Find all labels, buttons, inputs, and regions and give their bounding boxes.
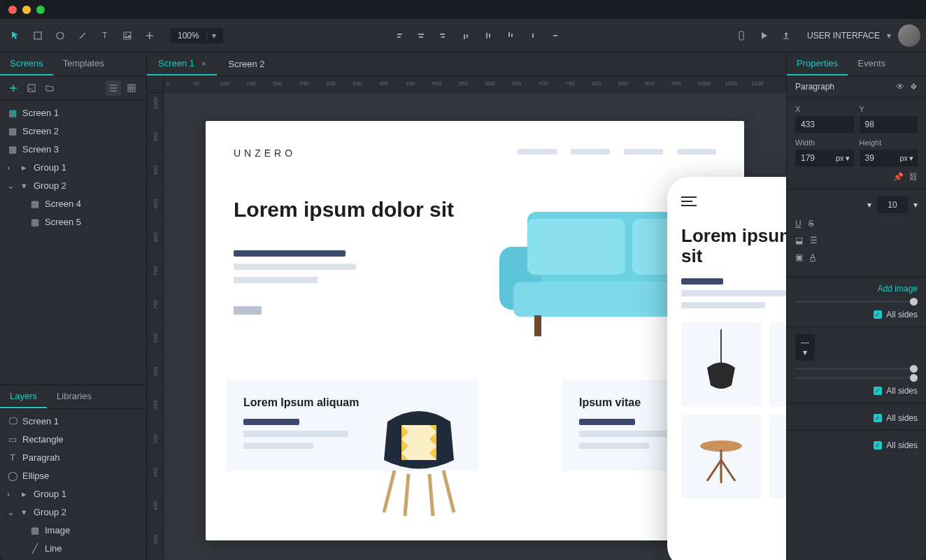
minimize-window-icon[interactable] [22, 6, 31, 14]
layer-ellipse[interactable]: ◯Ellipse [0, 466, 146, 484]
align-right-icon[interactable] [434, 26, 453, 45]
all-sides-checkbox[interactable]: ✓ [874, 441, 882, 450]
border-slider-1[interactable] [795, 368, 918, 370]
design-canvas[interactable]: UNZERO Lorem ipsum dolor sit [164, 93, 786, 560]
underline-icon[interactable]: U [795, 219, 802, 229]
screen-item-1[interactable]: ▦Screen 1 [0, 103, 146, 122]
document-tab-2[interactable]: Screen 2 [217, 52, 276, 76]
link-dimensions-icon[interactable]: ⛓ [909, 172, 918, 182]
align-top-icon[interactable] [456, 26, 476, 45]
screen-item-4[interactable]: ▦Screen 4 [0, 194, 146, 213]
all-sides-label: All sides [886, 310, 918, 320]
chevron-down-icon[interactable]: ▾ [867, 200, 871, 210]
user-label: USER INTERFACE [807, 31, 880, 41]
select-tool[interactable] [6, 26, 25, 45]
strikethrough-icon[interactable]: S [809, 219, 814, 229]
unit-select[interactable]: px▾ [832, 150, 854, 166]
screen-item-5[interactable]: ▦Screen 5 [0, 213, 146, 231]
product-table [681, 415, 761, 498]
tab-screens[interactable]: Screens [0, 52, 53, 76]
page-icon: ▦ [7, 107, 18, 118]
group-item-1[interactable]: ›▸Group 1 [0, 158, 146, 176]
pin-icon[interactable]: 📌 [893, 172, 904, 182]
ellipse-tool[interactable] [50, 26, 70, 45]
distribute-h-icon[interactable] [523, 26, 543, 45]
document-tab-1[interactable]: Screen 1× [147, 52, 217, 76]
add-tool[interactable] [140, 26, 159, 45]
x-input[interactable] [795, 116, 854, 133]
unit-select[interactable]: px▾ [895, 150, 918, 166]
svg-line-2 [80, 33, 85, 38]
align-bottom-icon[interactable] [501, 26, 520, 45]
all-sides-checkbox[interactable]: ✓ [874, 310, 882, 319]
all-sides-checkbox[interactable]: ✓ [874, 387, 882, 395]
chevron-down-icon[interactable]: ▾ [206, 31, 216, 41]
mobile-text-placeholder [681, 278, 786, 308]
layer-screen1[interactable]: 🖵Screen 1 [0, 412, 146, 430]
tab-templates[interactable]: Templates [53, 52, 114, 76]
tab-properties[interactable]: Properties [787, 52, 848, 76]
tab-layers[interactable]: Layers [0, 385, 47, 408]
maximize-window-icon[interactable] [36, 6, 45, 14]
layer-group1[interactable]: ›▸Group 1 [0, 484, 146, 503]
layers-icon[interactable]: ❖ [910, 82, 918, 92]
play-icon[interactable] [754, 26, 774, 45]
folder-plus-icon[interactable] [43, 82, 56, 94]
close-window-icon[interactable] [8, 6, 17, 14]
height-input[interactable] [860, 150, 896, 166]
upload-icon[interactable] [776, 26, 796, 45]
align-center-h-icon[interactable] [411, 26, 431, 45]
add-screen-icon[interactable] [7, 82, 20, 94]
chevron-right-icon[interactable]: › [7, 162, 14, 173]
visibility-icon[interactable]: 👁 [896, 82, 904, 92]
list-icon[interactable]: ☰ [810, 236, 818, 245]
border-style-select[interactable]: —▾ [795, 334, 815, 361]
corner-radius-input[interactable]: 10 [877, 196, 908, 213]
distribute-v-icon[interactable] [546, 26, 565, 45]
align-bottom-icon[interactable]: ⬓ [795, 236, 803, 245]
screen-item-2[interactable]: ▦Screen 2 [0, 122, 146, 140]
chevron-down-icon[interactable]: ⌄ [7, 507, 14, 517]
close-tab-icon[interactable]: × [201, 59, 206, 68]
page-icon: ▦ [29, 216, 41, 227]
device-preview-icon[interactable] [732, 26, 751, 45]
group-item-2[interactable]: ⌄▾Group 2 [0, 176, 146, 194]
svg-rect-10 [128, 89, 131, 92]
text-color-icon[interactable]: A [810, 252, 815, 262]
text-tool[interactable]: T [95, 26, 115, 45]
screen-item-3[interactable]: ▦Screen 3 [0, 140, 146, 158]
properties-panel: Properties Events Paragraph 👁 ❖ X Y [786, 52, 926, 560]
zoom-level[interactable]: 100% ▾ [171, 28, 223, 43]
chevron-right-icon[interactable]: › [7, 489, 14, 499]
list-view-icon[interactable] [106, 80, 121, 96]
tab-events[interactable]: Events [848, 52, 895, 76]
image-tool[interactable] [117, 26, 137, 45]
image-icon[interactable] [25, 82, 38, 94]
align-left-icon[interactable] [389, 26, 408, 45]
chevron-down-icon[interactable]: ⌄ [7, 180, 14, 191]
border-slider-2[interactable] [795, 377, 918, 379]
layer-rectangle[interactable]: ▭Rectangle [0, 430, 146, 448]
svg-rect-11 [132, 89, 135, 92]
layer-paragraph[interactable]: TParagrah [0, 448, 146, 466]
artboard-mobile[interactable]: Lorem ipsum dolor sit [667, 177, 786, 560]
rectangle-tool[interactable] [28, 26, 48, 45]
opacity-slider[interactable] [795, 301, 918, 303]
grid-view-icon[interactable] [124, 80, 139, 96]
layer-line[interactable]: ╱Line [0, 539, 146, 557]
add-image-link[interactable]: Add image [878, 284, 918, 294]
artboard-desktop[interactable]: UNZERO Lorem ipsum dolor sit [206, 121, 744, 540]
bounds-icon[interactable]: ▣ [795, 252, 803, 262]
layer-group2[interactable]: ⌄▾Group 2 [0, 503, 146, 521]
line-tool[interactable] [73, 26, 92, 45]
tab-libraries[interactable]: Libraries [47, 385, 101, 408]
layer-image[interactable]: ▦Image [0, 521, 146, 539]
chair-image [366, 394, 471, 519]
user-avatar[interactable] [898, 24, 920, 47]
y-input[interactable] [860, 116, 918, 133]
align-middle-icon[interactable] [478, 26, 498, 45]
chevron-down-icon[interactable]: ▾ [887, 31, 891, 41]
chevron-down-icon[interactable]: ▾ [913, 200, 918, 210]
width-input[interactable] [795, 150, 832, 166]
all-sides-checkbox[interactable]: ✓ [874, 414, 882, 422]
